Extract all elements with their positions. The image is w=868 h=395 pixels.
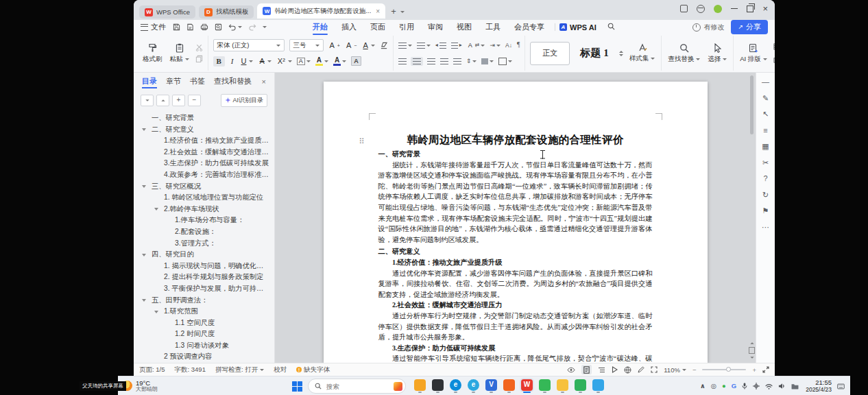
collapse-arrow-icon[interactable] bbox=[142, 185, 146, 188]
outline-item[interactable]: 2.社会效益：缓解城市交通治理压力 bbox=[134, 147, 274, 158]
menu-item[interactable]: 开始 bbox=[306, 21, 334, 34]
decrease-font-button[interactable]: A− bbox=[345, 42, 357, 49]
heading[interactable]: 二、研究意义 bbox=[378, 246, 653, 257]
zoom-in-toc-button[interactable]: + bbox=[172, 95, 185, 106]
outline-item[interactable]: 1.3 问卷访谈对象 bbox=[134, 340, 274, 352]
font-size-select[interactable]: 三号 bbox=[289, 39, 324, 51]
print-icon[interactable] bbox=[200, 23, 208, 31]
paragraph[interactable]: 通过分析停车行为时空规律，为交警部门制定动态交通管制方案（如潮汐车道、临时停车区… bbox=[378, 311, 653, 343]
strikethrough-button[interactable]: A bbox=[258, 58, 271, 65]
fit-page-icon[interactable] bbox=[651, 366, 658, 373]
arrange-button[interactable]: 排列 bbox=[773, 55, 775, 65]
align-left-button[interactable] bbox=[398, 58, 407, 64]
heading[interactable]: 1.经济价值：推动文旅产业提质升级 bbox=[378, 257, 653, 268]
collapse-arrow-icon[interactable] bbox=[142, 299, 146, 302]
outline-item[interactable]: 1.研究范围 bbox=[134, 306, 274, 318]
numbered-list-button[interactable] bbox=[417, 43, 431, 49]
taskbar-app-app-store-orange[interactable] bbox=[503, 379, 515, 393]
taskbar-search[interactable] bbox=[308, 379, 406, 394]
outline-item[interactable]: 1.停车场分布与容量： bbox=[134, 215, 274, 226]
increase-indent-button[interactable]: ▸ bbox=[451, 43, 462, 49]
ai-layout-button[interactable]: AI 排版 bbox=[738, 43, 769, 64]
style-set-button[interactable]: 样式集 bbox=[628, 43, 657, 63]
quick-tools-icon[interactable]: ✂ bbox=[760, 159, 771, 167]
zoom-out-button[interactable]: − bbox=[692, 366, 697, 374]
fullscreen-icon[interactable] bbox=[762, 366, 769, 373]
more-tools-icon[interactable]: ⋯ bbox=[760, 224, 771, 231]
outline-item[interactable]: 1. 揭示现状与问题，明确优化方向 bbox=[134, 261, 274, 272]
outline-item[interactable]: 1.经济价值：推动文旅产业提质升级 bbox=[134, 135, 274, 147]
copy-icon[interactable] bbox=[195, 55, 203, 62]
outline-view-icon[interactable] bbox=[598, 367, 605, 373]
zoom-slider-handle[interactable] bbox=[726, 367, 731, 372]
export-icon[interactable] bbox=[186, 23, 194, 31]
proofread-button[interactable]: 校对 bbox=[274, 366, 287, 374]
outline-item[interactable]: 4.政策参考：完善城市治理标准体系 bbox=[134, 169, 274, 181]
taskbar-app-notes-dark[interactable] bbox=[432, 379, 444, 393]
layout-button[interactable]: 排版 bbox=[773, 42, 775, 52]
format-painter-button[interactable]: 格式刷 bbox=[141, 43, 164, 64]
previous-page-icon[interactable] bbox=[750, 342, 754, 344]
menu-item[interactable]: 插入 bbox=[335, 21, 363, 34]
tab-bookmarks[interactable]: 书签 bbox=[190, 74, 205, 88]
taskbar-app-browser-e[interactable]: e bbox=[468, 379, 479, 393]
collapse-all-button[interactable] bbox=[156, 95, 169, 106]
outline-item[interactable]: 1.2 时间尺度 bbox=[134, 328, 274, 340]
help-icon[interactable]: ? bbox=[760, 175, 771, 182]
search-promo-icon[interactable] bbox=[394, 382, 402, 391]
hamburger-icon[interactable] bbox=[141, 24, 148, 31]
template-store-tab[interactable]: D找稿纸模板 bbox=[199, 5, 254, 19]
eye-protect-icon[interactable] bbox=[567, 367, 575, 373]
sidebar-close-icon[interactable]: × bbox=[262, 77, 266, 86]
ribbon-search[interactable] bbox=[607, 23, 615, 32]
collapse-arrow-icon[interactable] bbox=[142, 128, 146, 131]
collapse-arrow-icon[interactable] bbox=[154, 311, 158, 313]
select-button[interactable]: 选择 bbox=[706, 43, 728, 64]
page-select-icon[interactable] bbox=[749, 347, 755, 354]
green-status-icon[interactable]: ● bbox=[722, 383, 726, 390]
bullet-list-button[interactable] bbox=[398, 43, 412, 49]
cut-icon[interactable] bbox=[195, 44, 203, 51]
redo-icon[interactable] bbox=[248, 24, 256, 31]
outline-item[interactable]: 1.1 空间尺度 bbox=[134, 318, 274, 329]
folder-tray-icon[interactable] bbox=[791, 383, 799, 390]
taskbar-app-file-explorer[interactable] bbox=[557, 379, 568, 393]
menu-item[interactable]: 会员专享 bbox=[508, 21, 551, 34]
outline-item[interactable]: 五、田野调查法： bbox=[134, 295, 274, 307]
volume-icon[interactable] bbox=[778, 383, 786, 390]
borders-button[interactable] bbox=[498, 58, 512, 65]
menu-item[interactable]: 视图 bbox=[450, 21, 478, 34]
missing-font-warning[interactable]: !缺失字体 bbox=[296, 366, 330, 374]
document-page[interactable]: ⠿ 韩岭周边地区车辆停放配套设施的合理性评价 一、研究背景据统计，东钱湖年接待游… bbox=[324, 82, 708, 363]
tab-close-icon[interactable]: × bbox=[376, 8, 380, 15]
preview-icon[interactable] bbox=[215, 23, 222, 31]
hidden-icons-chevron[interactable]: ∧ bbox=[700, 383, 706, 390]
heading[interactable]: 3.生态保护：助力低碳可持续发展 bbox=[378, 343, 653, 354]
tab-chapters[interactable]: 章节 bbox=[166, 74, 181, 88]
char-border-button[interactable]: A bbox=[297, 58, 311, 65]
save-icon[interactable] bbox=[173, 23, 180, 31]
file-menu[interactable]: 文件 bbox=[151, 22, 166, 32]
bookmark-icon[interactable]: ⚑ bbox=[760, 207, 771, 215]
outline-item[interactable]: 2. 提出科学规划与服务政策制定 bbox=[134, 272, 274, 283]
outline-item[interactable]: 二、研究意义 bbox=[134, 124, 274, 136]
text-effects-button[interactable]: A bbox=[361, 42, 374, 49]
taskbar-app-v-app[interactable]: V bbox=[485, 379, 497, 393]
shading-button[interactable] bbox=[481, 58, 494, 64]
find-replace-button[interactable]: 查找替换 bbox=[666, 43, 701, 64]
increase-font-button[interactable]: A+ bbox=[328, 42, 340, 49]
char-shading-button[interactable]: A bbox=[351, 56, 361, 66]
highlight-color-button[interactable]: A bbox=[315, 57, 328, 66]
collapse-arrow-icon[interactable] bbox=[154, 208, 158, 211]
page-indicator[interactable]: 页面: 1/5 bbox=[139, 366, 165, 374]
start-button[interactable] bbox=[292, 381, 302, 392]
distribute-button[interactable] bbox=[453, 58, 461, 64]
read-mode-icon[interactable] bbox=[612, 366, 618, 373]
tab-list-chevron[interactable] bbox=[400, 8, 405, 14]
sort-button[interactable]: A↓ bbox=[505, 43, 512, 49]
superscript-button[interactable]: X² bbox=[276, 58, 292, 65]
outline-item[interactable]: 3.管理方式： bbox=[134, 238, 274, 250]
style-gallery-spinner[interactable] bbox=[619, 51, 623, 56]
show-marks-button[interactable]: ¶ bbox=[517, 42, 520, 49]
vertical-scrollbar[interactable] bbox=[750, 75, 754, 134]
